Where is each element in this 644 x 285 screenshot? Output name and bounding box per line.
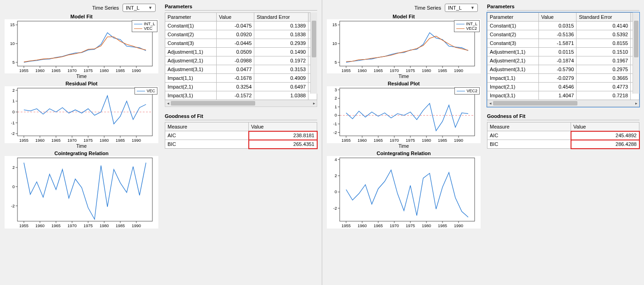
time-series-value: INT_L: [126, 5, 140, 11]
time-series-select[interactable]: INT_L ▼: [445, 4, 478, 12]
svg-text:1960: 1960: [35, 138, 45, 143]
chart-title-model-fit: Model Fit: [327, 14, 481, 19]
svg-text:1970: 1970: [67, 68, 77, 73]
legend-label: VEC2: [466, 26, 477, 31]
vertical-scrollbar[interactable]: [633, 12, 639, 94]
svg-text:-2: -2: [333, 130, 337, 135]
parameters-table[interactable]: Parameter Value Standard Error Constant(…: [487, 12, 639, 100]
svg-text:1970: 1970: [390, 138, 399, 143]
table-row[interactable]: Adjustment(2,1)-0.18740.1967: [487, 56, 639, 65]
scroll-right-icon[interactable]: ▸: [633, 101, 639, 106]
col-value[interactable]: Value: [571, 123, 639, 131]
table-row[interactable]: Constant(1)0.03150.4140: [487, 22, 639, 30]
horizontal-scrollbar[interactable]: ◂ ▸: [165, 100, 317, 107]
col-measure[interactable]: Measure: [165, 123, 249, 131]
col-value[interactable]: Value: [249, 123, 317, 131]
legend-label: INT_L: [144, 22, 155, 26]
table-row[interactable]: AIC245.4892: [487, 131, 639, 140]
svg-text:1970: 1970: [67, 138, 77, 143]
svg-text:1960: 1960: [35, 224, 45, 228]
svg-text:1975: 1975: [406, 224, 415, 228]
chart-model-fit[interactable]: 5101519551960196519701975198019851990 IN…: [327, 19, 481, 73]
svg-text:1985: 1985: [438, 224, 447, 228]
scroll-left-icon[interactable]: ◂: [165, 101, 171, 106]
svg-text:2: 2: [335, 173, 337, 178]
svg-text:1980: 1980: [422, 138, 431, 143]
table-row[interactable]: Impact(2,1)0.45460.4773: [487, 83, 639, 91]
table-row[interactable]: Constant(2)0.09200.1838: [165, 30, 317, 39]
table-row[interactable]: Adjustment(1,1)0.05090.1490: [165, 48, 317, 56]
chart-coint[interactable]: -20219551960196519701975198019851990: [5, 156, 158, 229]
svg-text:1990: 1990: [454, 138, 463, 143]
table-row[interactable]: Impact(3,1)1.40470.7218: [487, 91, 639, 100]
chart-model-fit[interactable]: 5101519551960196519701975198019851990 IN…: [5, 19, 158, 73]
chart-legend: VEC2: [454, 87, 480, 95]
table-row[interactable]: BIC265.4351: [165, 140, 317, 149]
svg-text:-2: -2: [11, 204, 15, 208]
chart-legend: INT_LVEC: [132, 20, 157, 32]
table-row[interactable]: Impact(1,1)-0.02790.3665: [487, 74, 639, 83]
table-row[interactable]: BIC286.4288: [487, 140, 639, 149]
svg-text:1965: 1965: [374, 138, 383, 143]
col-parameter[interactable]: Parameter: [165, 13, 217, 22]
svg-text:2: 2: [335, 96, 337, 101]
svg-text:1960: 1960: [35, 68, 45, 73]
legend-label: VEC: [146, 89, 155, 93]
table-row[interactable]: Constant(1)-0.04750.1389: [165, 22, 317, 30]
chart-coint[interactable]: -202419551960196519701975198019851990: [327, 156, 481, 229]
table-row[interactable]: Constant(3)-1.58710.8155: [487, 39, 639, 48]
svg-text:0: 0: [335, 113, 337, 117]
table-row[interactable]: Impact(3,1)-0.15721.0388: [165, 91, 317, 100]
chart-legend: INT_LVEC2: [454, 20, 480, 32]
scroll-right-icon[interactable]: ▸: [311, 101, 317, 106]
section-parameters-head: Parameters: [165, 4, 317, 11]
svg-text:4: 4: [335, 157, 337, 162]
horizontal-scrollbar[interactable]: ◂ ▸: [487, 100, 639, 107]
svg-text:1965: 1965: [51, 224, 61, 228]
parameters-table[interactable]: Parameter Value Standard Error Constant(…: [165, 12, 317, 100]
time-series-select[interactable]: INT_L ▼: [123, 4, 156, 12]
svg-text:-1: -1: [11, 121, 15, 125]
scroll-left-icon[interactable]: ◂: [487, 101, 493, 106]
goodness-of-fit-table[interactable]: Measure Value AIC238.8181BIC265.4351: [165, 122, 317, 149]
svg-text:-2: -2: [333, 206, 337, 211]
col-parameter[interactable]: Parameter: [487, 13, 539, 22]
chart-residual[interactable]: -2-1012319551960196519701975198019851990…: [327, 86, 481, 143]
table-row[interactable]: Constant(3)-0.04450.2939: [165, 39, 317, 48]
table-row[interactable]: Impact(1,1)-0.16780.4909: [165, 74, 317, 83]
table-row[interactable]: Impact(2,1)0.32540.6497: [165, 83, 317, 91]
svg-text:15: 15: [332, 22, 337, 27]
col-value[interactable]: Value: [216, 13, 254, 22]
svg-text:1975: 1975: [406, 68, 415, 73]
col-standard-error[interactable]: Standard Error: [577, 13, 631, 22]
col-value[interactable]: Value: [538, 13, 576, 22]
col-measure[interactable]: Measure: [487, 123, 571, 131]
svg-text:0: 0: [335, 190, 337, 194]
chart-residual[interactable]: -2-101219551960196519701975198019851990 …: [5, 86, 158, 143]
svg-text:1960: 1960: [358, 138, 367, 143]
svg-text:1: 1: [335, 105, 337, 109]
vertical-scrollbar[interactable]: [310, 12, 317, 94]
svg-text:1965: 1965: [51, 68, 61, 73]
svg-text:0: 0: [12, 184, 15, 189]
svg-text:1990: 1990: [454, 224, 463, 228]
table-row[interactable]: Adjustment(3,1)0.04770.3153: [165, 65, 317, 74]
svg-text:1960: 1960: [358, 68, 367, 73]
panel-0: Time Series INT_L ▼ Model Fit 5101519551…: [0, 0, 322, 285]
table-row[interactable]: Adjustment(2,1)-0.09880.1972: [165, 56, 317, 65]
table-row[interactable]: Adjustment(3,1)-0.57900.2975: [487, 65, 639, 74]
svg-text:1955: 1955: [19, 138, 28, 143]
svg-text:1990: 1990: [132, 224, 141, 228]
table-row[interactable]: Constant(2)-0.51360.5392: [487, 30, 639, 39]
svg-text:1955: 1955: [342, 138, 351, 143]
chart-title-residual: Residual Plot: [327, 81, 481, 86]
axis-label-x: Time: [5, 73, 158, 79]
svg-text:-2: -2: [11, 131, 15, 136]
col-standard-error[interactable]: Standard Error: [254, 13, 308, 22]
section-goodness-head: Goodness of Fit: [165, 113, 317, 120]
table-row[interactable]: AIC238.8181: [165, 131, 317, 140]
svg-rect-73: [17, 158, 152, 221]
goodness-of-fit-table[interactable]: Measure Value AIC245.4892BIC286.4288: [487, 122, 639, 149]
table-row[interactable]: Adjustment(1,1)0.01150.1510: [487, 48, 639, 56]
parameters-table-wrap: Parameter Value Standard Error Constant(…: [487, 12, 639, 107]
